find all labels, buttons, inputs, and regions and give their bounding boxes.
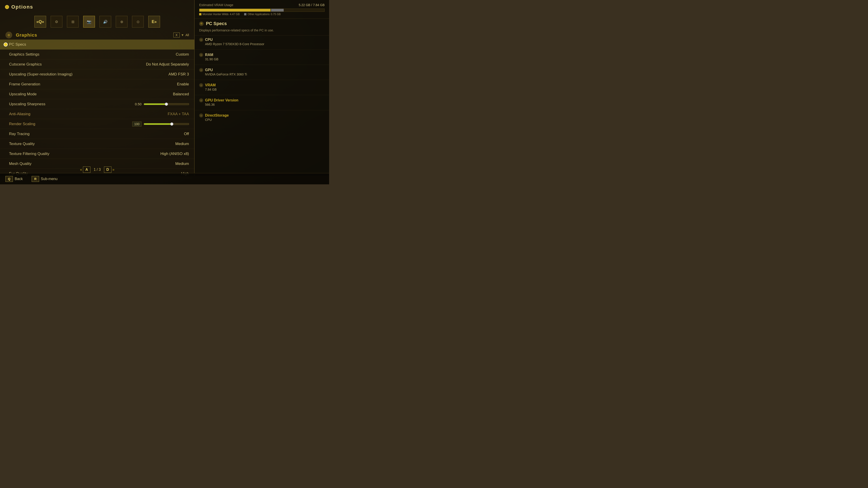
- prev-page-key: A: [83, 166, 91, 173]
- pc-specs-header: ⚙ PC Specs: [195, 19, 329, 28]
- setting-value-upscaling: AMD FSR 3: [144, 72, 189, 76]
- settings-list: PC Specs Graphics Settings Custom Cutsce…: [0, 39, 194, 162]
- cpu-icon: ⊙: [199, 38, 203, 42]
- vram-total: 7.84 GB: [313, 3, 324, 7]
- setting-row-upscaling[interactable]: Upscaling (Super-resolution Imaging) AMD…: [0, 69, 194, 79]
- back-button[interactable]: Q Back: [5, 176, 23, 182]
- next-page-key: D: [104, 166, 112, 173]
- tab-game[interactable]: ⊕: [116, 16, 127, 28]
- tab-prev-nav[interactable]: « Q »: [34, 16, 46, 28]
- back-label: Back: [15, 177, 23, 181]
- filter-clear-btn[interactable]: X: [174, 33, 180, 37]
- setting-row-texture-quality[interactable]: Texture Quality Medium: [0, 139, 194, 149]
- directstorage-value: CPU: [199, 118, 324, 122]
- vram-spec-icon: ⊙: [199, 83, 203, 87]
- setting-label-mesh-quality: Mesh Quality: [9, 162, 144, 166]
- tab-audio[interactable]: 🔊: [99, 16, 111, 28]
- spec-section-gpu: ⊙ GPU NVIDIA GeForce RTX 3060 Ti: [195, 66, 329, 79]
- sharpness-slider-container: 0.50: [133, 102, 189, 106]
- divider-ram-gpu: [195, 65, 329, 65]
- setting-label-pc-specs: PC Specs: [9, 42, 189, 47]
- spec-section-driver: ⊙ GPU Driver Version 566.36: [195, 96, 329, 109]
- prev-page-btn[interactable]: « A: [80, 166, 90, 173]
- setting-row-graphics-settings[interactable]: Graphics Settings Custom: [0, 50, 194, 59]
- left-panel: Options « Q » ⚙ ⊞ 📷 🔊 ⊕ ⊙ E »: [0, 0, 194, 176]
- setting-value-upscaling-mode: Balanced: [144, 92, 189, 96]
- tab-graphics[interactable]: 📷: [83, 16, 95, 28]
- tab-network[interactable]: ⊙: [132, 16, 144, 28]
- section-title: Graphics: [16, 33, 37, 38]
- setting-label-ray-tracing: Ray Tracing: [9, 132, 144, 136]
- setting-row-antialiasing[interactable]: Anti-Aliasing FXAA + TAA: [0, 109, 194, 119]
- setting-row-texture-filtering[interactable]: Texture Filtering Quality High (ANISO x8…: [0, 149, 194, 159]
- render-scaling-fill: [144, 123, 172, 125]
- submenu-label: Sub-menu: [41, 177, 58, 181]
- right-panel: Estimated VRAM Usage 5.22 GB / 7.84 GB M…: [194, 0, 329, 176]
- spec-category-driver: ⊙ GPU Driver Version: [199, 98, 324, 102]
- spec-category-ram: ⊙ RAM: [199, 53, 324, 57]
- setting-row-ray-tracing[interactable]: Ray Tracing Off: [0, 129, 194, 139]
- setting-row-frame-gen[interactable]: Frame Generation Enable: [0, 79, 194, 89]
- tab-next-nav[interactable]: E »: [148, 16, 160, 28]
- vram-header: Estimated VRAM Usage 5.22 GB / 7.84 GB: [195, 0, 329, 8]
- setting-label-upscaling: Upscaling (Super-resolution Imaging): [9, 72, 144, 76]
- divider-cpu-ram: [195, 50, 329, 50]
- setting-row-sharpness[interactable]: Upscaling Sharpness 0.50: [0, 99, 194, 109]
- page-indicator: 1 / 3: [94, 168, 101, 172]
- next-chevron-icon: »: [112, 168, 114, 172]
- spec-category-cpu: ⊙ CPU: [199, 38, 324, 42]
- gpu-icon: ⊙: [199, 68, 203, 72]
- vram-mhw-value: 4.47 GB: [230, 13, 240, 16]
- gpu-value: NVIDIA GeForce RTX 3060 Ti: [199, 72, 324, 76]
- cpu-label: CPU: [205, 38, 213, 42]
- tab-audio-icon: 🔊: [103, 20, 107, 24]
- ram-value: 31.90 GB: [199, 57, 324, 61]
- vram-bar: [199, 8, 324, 12]
- pagination: « A 1 / 3 D »: [0, 166, 194, 173]
- bottom-bar: Q Back R Sub-menu: [0, 173, 329, 184]
- setting-row-cutscene[interactable]: Cutscene Graphics Do Not Adjust Separate…: [0, 59, 194, 69]
- ram-label: RAM: [205, 53, 213, 57]
- tab-network-icon: ⊙: [136, 20, 140, 24]
- pc-specs-title: PC Specs: [206, 21, 227, 26]
- vram-other-value: 0.75 GB: [271, 13, 281, 16]
- vram-dot-mhw: [199, 13, 202, 15]
- vram-current: 5.22 GB /: [299, 3, 312, 7]
- vram-bar-mhw-fill: [199, 9, 271, 11]
- setting-value-frame-gen: Enable: [144, 82, 189, 87]
- setting-value-mesh-quality: Medium: [144, 162, 189, 166]
- setting-row-pc-specs[interactable]: PC Specs: [0, 39, 194, 50]
- options-title-area: Options: [5, 4, 33, 10]
- submenu-key-icon: R: [32, 176, 39, 182]
- vram-bar-other-fill: [271, 9, 283, 11]
- setting-row-render-scaling[interactable]: Render Scaling 100: [0, 119, 194, 129]
- options-title: Options: [11, 4, 33, 10]
- sharpness-slider-thumb: [165, 103, 168, 106]
- setting-value-antialiasing: FXAA + TAA: [144, 112, 189, 116]
- sharpness-slider-track[interactable]: [144, 103, 189, 105]
- driver-icon: ⊙: [199, 98, 203, 102]
- vram-dot-other: [244, 13, 246, 15]
- driver-value: 566.36: [199, 103, 324, 106]
- tab-controls[interactable]: ⚙: [51, 16, 62, 28]
- tab-graphics-icon: 📷: [87, 20, 91, 24]
- back-key-icon: Q: [5, 176, 13, 182]
- next-page-btn[interactable]: D »: [104, 166, 114, 173]
- prev-chevron-icon: «: [80, 168, 82, 172]
- tab-prev-icon: «: [36, 20, 39, 24]
- setting-row-upscaling-mode[interactable]: Upscaling Mode Balanced: [0, 89, 194, 99]
- render-scaling-track[interactable]: [144, 123, 189, 125]
- tab-display[interactable]: ⊞: [67, 16, 79, 28]
- setting-value-graphics-settings: Custom: [144, 52, 189, 57]
- setting-label-sharpness: Upscaling Sharpness: [9, 102, 133, 106]
- setting-label-cutscene: Cutscene Graphics: [9, 62, 144, 67]
- pc-specs-icon: ⚙: [199, 22, 204, 26]
- pc-specs-description: Displays performance-related specs of th…: [195, 28, 329, 35]
- vram-spec-label: VRAM: [205, 83, 216, 87]
- filter-label: All: [185, 33, 189, 37]
- submenu-button[interactable]: R Sub-menu: [32, 176, 57, 182]
- setting-value-texture-quality: Medium: [144, 142, 189, 146]
- setting-label-render-scaling: Render Scaling: [9, 122, 132, 126]
- spec-section-vram: ⊙ VRAM 7.84 GB: [195, 81, 329, 94]
- setting-value-texture-filtering: High (ANISO x8): [144, 152, 189, 156]
